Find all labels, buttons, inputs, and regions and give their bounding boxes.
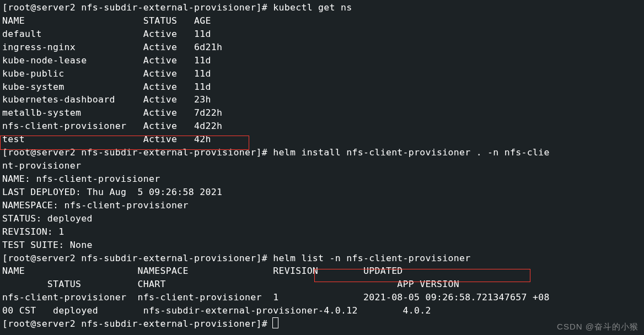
watermark: CSDN @奋斗的小猴 [557, 321, 638, 333]
cursor [273, 318, 278, 328]
terminal-output[interactable]: [root@server2 nfs-subdir-external-provis… [0, 0, 644, 332]
